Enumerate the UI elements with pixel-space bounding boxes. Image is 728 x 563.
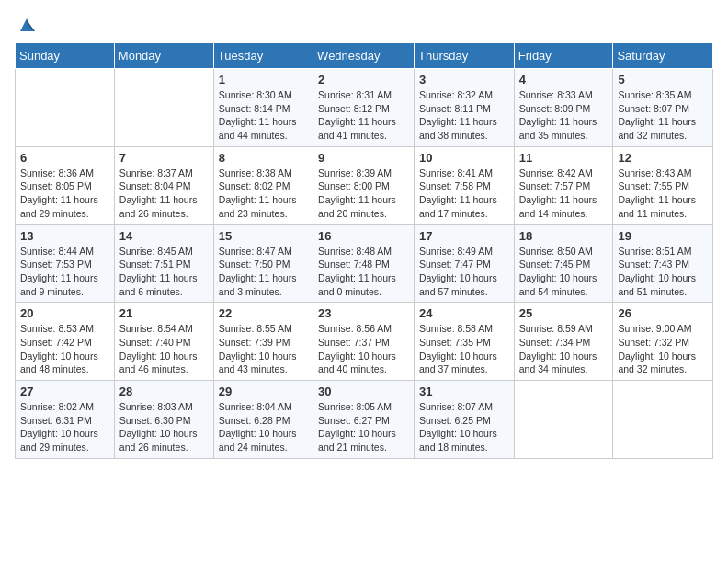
- day-info: Sunrise: 8:58 AMSunset: 7:35 PMDaylight:…: [419, 322, 509, 376]
- day-number: 6: [20, 151, 109, 165]
- calendar-cell: 22Sunrise: 8:55 AMSunset: 7:39 PMDayligh…: [213, 303, 313, 381]
- day-number: 29: [219, 385, 308, 398]
- day-info: Sunrise: 8:30 AMSunset: 8:14 PMDaylight:…: [219, 88, 308, 143]
- calendar-cell: 24Sunrise: 8:58 AMSunset: 7:35 PMDayligh…: [415, 303, 515, 381]
- calendar-week-5: 27Sunrise: 8:02 AMSunset: 6:31 PMDayligh…: [16, 381, 713, 459]
- calendar-cell: 16Sunrise: 8:48 AMSunset: 7:48 PMDayligh…: [313, 224, 415, 303]
- day-header-saturday: Saturday: [613, 43, 713, 69]
- day-number: 31: [419, 385, 509, 398]
- calendar-week-2: 6Sunrise: 8:36 AMSunset: 8:05 PMDaylight…: [16, 146, 713, 224]
- day-header-sunday: Sunday: [16, 43, 115, 69]
- day-info: Sunrise: 8:37 AMSunset: 8:04 PMDaylight:…: [119, 167, 209, 221]
- calendar-week-1: 1Sunrise: 8:30 AMSunset: 8:14 PMDaylight…: [16, 69, 713, 147]
- day-info: Sunrise: 8:50 AMSunset: 7:45 PMDaylight:…: [519, 245, 609, 299]
- calendar-cell: 9Sunrise: 8:39 AMSunset: 8:00 PMDaylight…: [313, 146, 415, 224]
- day-number: 4: [519, 73, 609, 86]
- day-number: 24: [419, 306, 509, 320]
- day-info: Sunrise: 8:36 AMSunset: 8:05 PMDaylight:…: [20, 167, 109, 221]
- day-info: Sunrise: 8:41 AMSunset: 7:58 PMDaylight:…: [419, 167, 509, 221]
- day-number: 11: [519, 151, 609, 165]
- day-header-thursday: Thursday: [415, 43, 515, 69]
- day-number: 3: [419, 73, 509, 86]
- calendar-cell: 13Sunrise: 8:44 AMSunset: 7:53 PMDayligh…: [16, 224, 115, 303]
- day-number: 20: [20, 306, 109, 320]
- day-number: 28: [119, 385, 209, 398]
- day-info: Sunrise: 8:44 AMSunset: 7:53 PMDaylight:…: [20, 245, 109, 299]
- day-number: 5: [618, 73, 708, 86]
- day-number: 23: [318, 306, 409, 320]
- day-info: Sunrise: 8:47 AMSunset: 7:50 PMDaylight:…: [219, 245, 308, 299]
- calendar-table: SundayMondayTuesdayWednesdayThursdayFrid…: [15, 42, 713, 459]
- calendar-week-3: 13Sunrise: 8:44 AMSunset: 7:53 PMDayligh…: [16, 224, 713, 303]
- calendar-cell: 21Sunrise: 8:54 AMSunset: 7:40 PMDayligh…: [114, 303, 213, 381]
- day-info: Sunrise: 9:00 AMSunset: 7:32 PMDaylight:…: [618, 322, 708, 376]
- logo-icon: [17, 15, 37, 35]
- day-number: 15: [219, 229, 308, 243]
- day-number: 14: [119, 229, 209, 243]
- day-number: 16: [318, 229, 409, 243]
- day-number: 22: [219, 306, 308, 320]
- day-number: 25: [519, 306, 609, 320]
- days-header-row: SundayMondayTuesdayWednesdayThursdayFrid…: [16, 43, 713, 69]
- page-header: [15, 15, 713, 31]
- day-number: 8: [219, 151, 308, 165]
- day-info: Sunrise: 8:05 AMSunset: 6:27 PMDaylight:…: [318, 400, 409, 454]
- day-number: 12: [618, 151, 708, 165]
- day-info: Sunrise: 8:59 AMSunset: 7:34 PMDaylight:…: [519, 322, 609, 376]
- logo: [15, 15, 37, 31]
- calendar-cell: 29Sunrise: 8:04 AMSunset: 6:28 PMDayligh…: [213, 381, 313, 459]
- calendar-cell: 1Sunrise: 8:30 AMSunset: 8:14 PMDaylight…: [213, 69, 313, 147]
- calendar-cell: 30Sunrise: 8:05 AMSunset: 6:27 PMDayligh…: [313, 381, 415, 459]
- day-info: Sunrise: 8:39 AMSunset: 8:00 PMDaylight:…: [318, 167, 409, 221]
- calendar-cell: 7Sunrise: 8:37 AMSunset: 8:04 PMDaylight…: [114, 146, 213, 224]
- day-number: 10: [419, 151, 509, 165]
- calendar-cell: 4Sunrise: 8:33 AMSunset: 8:09 PMDaylight…: [514, 69, 613, 147]
- calendar-cell: 27Sunrise: 8:02 AMSunset: 6:31 PMDayligh…: [16, 381, 115, 459]
- calendar-cell: 28Sunrise: 8:03 AMSunset: 6:30 PMDayligh…: [114, 381, 213, 459]
- day-number: 30: [318, 385, 409, 398]
- calendar-cell: 20Sunrise: 8:53 AMSunset: 7:42 PMDayligh…: [16, 303, 115, 381]
- calendar-cell: 31Sunrise: 8:07 AMSunset: 6:25 PMDayligh…: [415, 381, 515, 459]
- day-info: Sunrise: 8:33 AMSunset: 8:09 PMDaylight:…: [519, 88, 609, 143]
- day-number: 19: [618, 229, 708, 243]
- day-info: Sunrise: 8:45 AMSunset: 7:51 PMDaylight:…: [119, 245, 209, 299]
- day-info: Sunrise: 8:53 AMSunset: 7:42 PMDaylight:…: [20, 322, 109, 376]
- day-info: Sunrise: 8:38 AMSunset: 8:02 PMDaylight:…: [219, 167, 308, 221]
- calendar-cell: 25Sunrise: 8:59 AMSunset: 7:34 PMDayligh…: [514, 303, 613, 381]
- calendar-cell: 8Sunrise: 8:38 AMSunset: 8:02 PMDaylight…: [213, 146, 313, 224]
- calendar-cell: 14Sunrise: 8:45 AMSunset: 7:51 PMDayligh…: [114, 224, 213, 303]
- day-info: Sunrise: 8:32 AMSunset: 8:11 PMDaylight:…: [419, 88, 509, 143]
- day-info: Sunrise: 8:51 AMSunset: 7:43 PMDaylight:…: [618, 245, 708, 299]
- day-info: Sunrise: 8:55 AMSunset: 7:39 PMDaylight:…: [219, 322, 308, 376]
- day-info: Sunrise: 8:02 AMSunset: 6:31 PMDaylight:…: [20, 400, 109, 454]
- day-header-wednesday: Wednesday: [313, 43, 415, 69]
- calendar-cell: [613, 381, 713, 459]
- day-info: Sunrise: 8:03 AMSunset: 6:30 PMDaylight:…: [119, 400, 209, 454]
- day-number: 1: [219, 73, 308, 86]
- calendar-week-4: 20Sunrise: 8:53 AMSunset: 7:42 PMDayligh…: [16, 303, 713, 381]
- day-info: Sunrise: 8:35 AMSunset: 8:07 PMDaylight:…: [618, 88, 708, 143]
- day-header-tuesday: Tuesday: [213, 43, 313, 69]
- calendar-cell: 2Sunrise: 8:31 AMSunset: 8:12 PMDaylight…: [313, 69, 415, 147]
- calendar-cell: 19Sunrise: 8:51 AMSunset: 7:43 PMDayligh…: [613, 224, 713, 303]
- calendar-cell: 12Sunrise: 8:43 AMSunset: 7:55 PMDayligh…: [613, 146, 713, 224]
- calendar-cell: 10Sunrise: 8:41 AMSunset: 7:58 PMDayligh…: [415, 146, 515, 224]
- day-info: Sunrise: 8:31 AMSunset: 8:12 PMDaylight:…: [318, 88, 409, 143]
- calendar-cell: 26Sunrise: 9:00 AMSunset: 7:32 PMDayligh…: [613, 303, 713, 381]
- day-info: Sunrise: 8:04 AMSunset: 6:28 PMDaylight:…: [219, 400, 308, 454]
- calendar-cell: 15Sunrise: 8:47 AMSunset: 7:50 PMDayligh…: [213, 224, 313, 303]
- day-number: 18: [519, 229, 609, 243]
- day-number: 21: [119, 306, 209, 320]
- day-info: Sunrise: 8:43 AMSunset: 7:55 PMDaylight:…: [618, 167, 708, 221]
- calendar-cell: 3Sunrise: 8:32 AMSunset: 8:11 PMDaylight…: [415, 69, 515, 147]
- calendar-cell: [16, 69, 115, 147]
- day-number: 13: [20, 229, 109, 243]
- calendar-cell: 6Sunrise: 8:36 AMSunset: 8:05 PMDaylight…: [16, 146, 115, 224]
- calendar-cell: [514, 381, 613, 459]
- day-info: Sunrise: 8:42 AMSunset: 7:57 PMDaylight:…: [519, 167, 609, 221]
- calendar-cell: 5Sunrise: 8:35 AMSunset: 8:07 PMDaylight…: [613, 69, 713, 147]
- calendar-cell: 18Sunrise: 8:50 AMSunset: 7:45 PMDayligh…: [514, 224, 613, 303]
- calendar-cell: 11Sunrise: 8:42 AMSunset: 7:57 PMDayligh…: [514, 146, 613, 224]
- day-info: Sunrise: 8:54 AMSunset: 7:40 PMDaylight:…: [119, 322, 209, 376]
- day-number: 27: [20, 385, 109, 398]
